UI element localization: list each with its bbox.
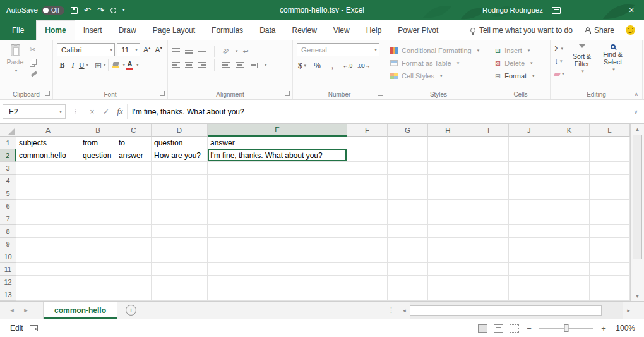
enter-icon[interactable]: ✓: [99, 104, 113, 119]
touch-mode-icon[interactable]: [110, 8, 116, 13]
cell-A4[interactable]: [16, 175, 80, 187]
cell-E2[interactable]: I'm fine, thanks. What about you?: [208, 149, 347, 162]
maximize-button[interactable]: [593, 0, 619, 20]
cell-B5[interactable]: [80, 187, 116, 200]
name-box[interactable]: E2 ▾: [3, 104, 66, 119]
cell-J10[interactable]: [509, 250, 549, 263]
cell-B10[interactable]: [80, 250, 116, 263]
cell-H6[interactable]: [428, 200, 468, 212]
tell-me-search[interactable]: Tell me what you want to do: [470, 26, 573, 35]
row-header-4[interactable]: 4: [0, 175, 16, 187]
align-left-icon[interactable]: [172, 62, 180, 68]
column-header-A[interactable]: A: [16, 124, 80, 137]
cell-D12[interactable]: [152, 276, 208, 288]
cell-A10[interactable]: [16, 250, 80, 263]
tab-power-pivot[interactable]: Power Pivot: [390, 20, 446, 40]
cell-A13[interactable]: [16, 288, 80, 301]
column-header-H[interactable]: H: [428, 124, 468, 137]
font-color-icon[interactable]: A▾: [125, 59, 139, 71]
cell-A6[interactable]: [16, 200, 80, 212]
cell-A12[interactable]: [16, 276, 80, 288]
cell-I5[interactable]: [468, 187, 509, 200]
align-center-icon[interactable]: [185, 62, 193, 68]
cell-I11[interactable]: [468, 263, 509, 276]
cell-C10[interactable]: [116, 250, 152, 263]
cell-I7[interactable]: [468, 212, 509, 225]
number-format-select[interactable]: General▾: [297, 43, 379, 56]
cell-L5[interactable]: [590, 187, 630, 200]
cell-I1[interactable]: [468, 137, 509, 149]
cell-B2[interactable]: question: [80, 149, 116, 162]
cell-C5[interactable]: [116, 187, 152, 200]
cell-B8[interactable]: [80, 225, 116, 238]
cell-L10[interactable]: [590, 250, 630, 263]
cell-C4[interactable]: [116, 175, 152, 187]
cell-G7[interactable]: [388, 212, 428, 225]
scrollbar-resize-handle[interactable]: ⋮: [388, 306, 395, 314]
scroll-up-icon[interactable]: ▴: [631, 124, 644, 134]
cell-D13[interactable]: [152, 288, 208, 301]
cell-G5[interactable]: [388, 187, 428, 200]
cell-A8[interactable]: [16, 225, 80, 238]
vertical-scroll-track[interactable]: [631, 134, 644, 291]
number-dialog-launcher[interactable]: [378, 91, 383, 96]
format-as-table-button[interactable]: Format as Table ▾: [390, 57, 487, 70]
cell-J9[interactable]: [509, 238, 549, 250]
cell-styles-button[interactable]: Cell Styles ▾: [390, 70, 487, 82]
comma-style-icon[interactable]: ,: [327, 60, 338, 71]
top-align-icon[interactable]: [172, 48, 180, 54]
column-header-F[interactable]: F: [347, 124, 388, 137]
zoom-level[interactable]: 100%: [614, 324, 635, 333]
feedback-smiley-icon[interactable]: [626, 25, 635, 35]
cell-H8[interactable]: [428, 225, 468, 238]
cell-I10[interactable]: [468, 250, 509, 263]
cell-I2[interactable]: [468, 149, 509, 162]
scroll-down-icon[interactable]: ▾: [631, 291, 644, 301]
cell-E1[interactable]: answer: [208, 137, 347, 149]
cell-J5[interactable]: [509, 187, 549, 200]
column-header-L[interactable]: L: [590, 124, 630, 137]
cell-C8[interactable]: [116, 225, 152, 238]
cell-J3[interactable]: [509, 162, 549, 175]
cell-H9[interactable]: [428, 238, 468, 250]
cell-D10[interactable]: [152, 250, 208, 263]
column-header-I[interactable]: I: [468, 124, 509, 137]
cell-F9[interactable]: [347, 238, 388, 250]
middle-align-icon[interactable]: [185, 48, 193, 54]
cell-A3[interactable]: [16, 162, 80, 175]
column-header-J[interactable]: J: [509, 124, 549, 137]
save-icon[interactable]: [71, 7, 78, 14]
row-header-6[interactable]: 6: [0, 200, 16, 212]
cell-K10[interactable]: [549, 250, 590, 263]
cell-H1[interactable]: [428, 137, 468, 149]
cell-I4[interactable]: [468, 175, 509, 187]
cell-A7[interactable]: [16, 212, 80, 225]
cell-J7[interactable]: [509, 212, 549, 225]
macro-record-icon[interactable]: [30, 325, 38, 331]
zoom-slider-handle[interactable]: [564, 324, 569, 332]
sheet-tab-common-hello[interactable]: common-hello: [43, 302, 117, 319]
tab-data[interactable]: Data: [251, 20, 283, 40]
horizontal-scrollbar[interactable]: ◂ ▸: [399, 302, 634, 319]
column-header-D[interactable]: D: [152, 124, 208, 137]
expand-formula-bar-icon[interactable]: ∨: [630, 109, 641, 115]
cell-E5[interactable]: [208, 187, 347, 200]
cell-I6[interactable]: [468, 200, 509, 212]
cell-B1[interactable]: from: [80, 137, 116, 149]
cell-K2[interactable]: [549, 149, 590, 162]
cell-K12[interactable]: [549, 276, 590, 288]
cell-I9[interactable]: [468, 238, 509, 250]
italic-button[interactable]: I: [68, 59, 78, 71]
cell-H10[interactable]: [428, 250, 468, 263]
cell-F3[interactable]: [347, 162, 388, 175]
cell-G6[interactable]: [388, 200, 428, 212]
cell-H11[interactable]: [428, 263, 468, 276]
cell-H13[interactable]: [428, 288, 468, 301]
vertical-scroll-thumb[interactable]: [633, 135, 642, 259]
column-header-K[interactable]: K: [549, 124, 590, 137]
horizontal-scroll-track[interactable]: [410, 302, 623, 319]
cell-F13[interactable]: [347, 288, 388, 301]
cell-G3[interactable]: [388, 162, 428, 175]
cell-L13[interactable]: [590, 288, 630, 301]
cancel-icon[interactable]: ×: [85, 104, 99, 119]
